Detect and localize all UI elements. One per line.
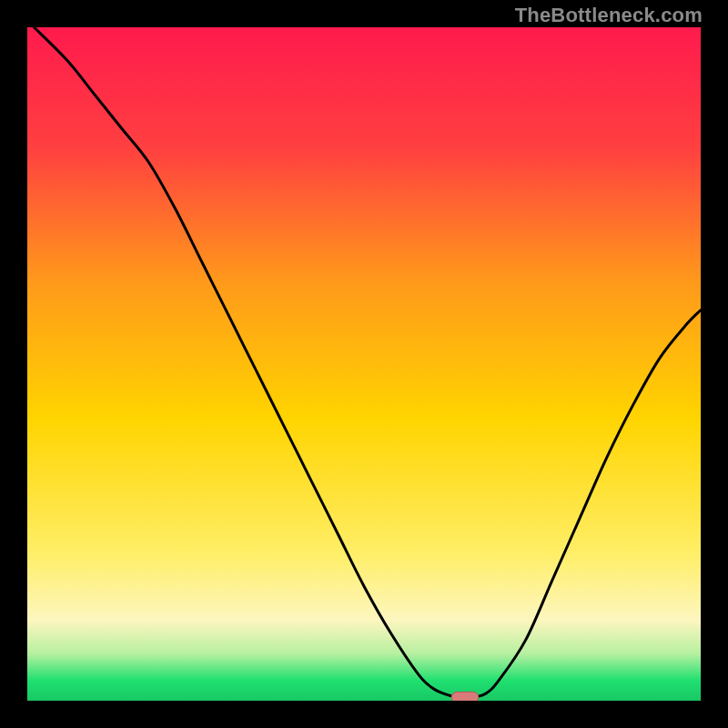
gradient-background — [27, 27, 701, 701]
watermark-text: TheBottleneck.com — [515, 4, 703, 27]
optimum-marker — [451, 692, 479, 701]
bottleneck-chart — [27, 27, 701, 701]
plot-area — [27, 27, 701, 701]
chart-frame: TheBottleneck.com — [0, 0, 728, 728]
